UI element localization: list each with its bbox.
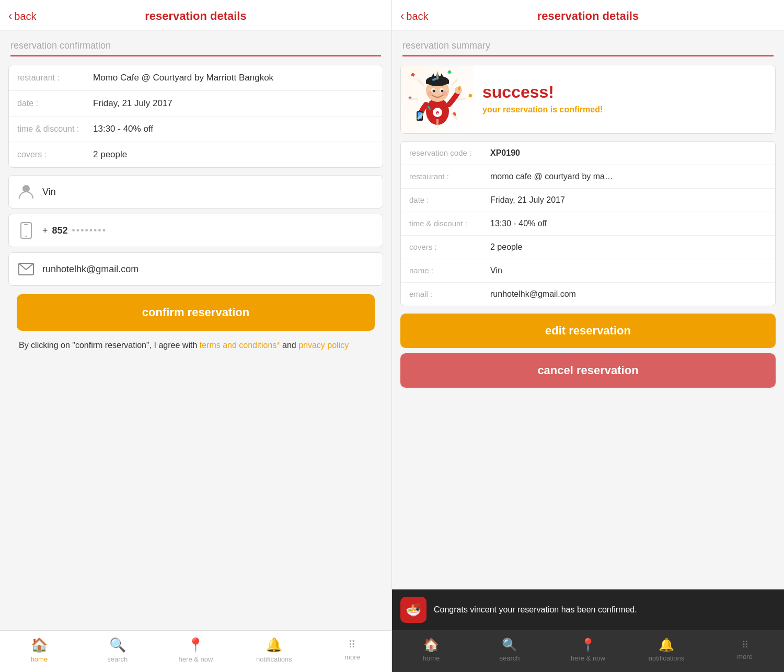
right-back-button[interactable]: ‹ back (400, 9, 429, 23)
right-home-icon: 🏠 (423, 638, 439, 652)
right-search-icon: 🔍 (502, 638, 517, 652)
right-bell-icon: 🔔 (659, 638, 674, 652)
success-title: success! (482, 83, 767, 102)
privacy-policy-link[interactable]: privacy policy (298, 341, 349, 350)
s-covers-value: 2 people (490, 242, 767, 252)
left-section-label: reservation confirmation (0, 31, 391, 55)
home-icon: 🏠 (31, 637, 48, 653)
right-section-label: reservation summary (392, 31, 784, 55)
location-icon: 📍 (187, 637, 204, 653)
s-time-value: 13:30 - 40% off (490, 219, 767, 228)
summary-row-covers: covers : 2 people (401, 236, 775, 259)
right-section-divider (402, 55, 774, 56)
summary-row-date: date : Friday, 21 July 2017 (401, 189, 775, 212)
time-value: 13:30 - 40% off (93, 124, 374, 134)
terms-prefix: By clicking on "confirm reservation", I … (19, 341, 200, 350)
covers-value: 2 people (93, 149, 374, 160)
right-nav-home-label: home (423, 654, 440, 662)
svg-line-10 (418, 113, 423, 119)
nav-more-label: more (344, 653, 360, 661)
right-nav-notifications-label: notifications (649, 654, 685, 662)
info-row-restaurant: restaurant : Momo Cafe @ Courtyard by Ma… (9, 65, 383, 91)
toast-app-icon: 🍜 (400, 597, 426, 623)
toast-icon-emoji: 🍜 (406, 603, 421, 617)
nav-search[interactable]: 🔍 search (78, 637, 157, 663)
terms-and: and (282, 341, 298, 350)
left-back-button[interactable]: ‹ back (8, 9, 37, 23)
phone-plus: + (42, 225, 48, 236)
code-label: reservation code : (409, 148, 490, 157)
svg-point-3 (26, 236, 27, 237)
email-input-card[interactable]: runhotelhk@gmail.com (8, 252, 383, 286)
date-value: Friday, 21 July 2017 (93, 98, 374, 109)
s-date-label: date : (409, 195, 490, 204)
right-content: e success! your reservation is confirmed… (392, 65, 784, 630)
svg-line-6 (452, 79, 457, 85)
left-header-title: reservation details (145, 9, 246, 23)
right-nav-search[interactable]: 🔍 search (470, 638, 549, 662)
s-restaurant-value: momo cafe @ courtyard by ma… (490, 172, 767, 181)
summary-row-name: name : Vin (401, 259, 775, 283)
s-email-label: email : (409, 289, 490, 298)
summary-row-restaurant: restaurant : momo cafe @ courtyard by ma… (401, 165, 775, 189)
edit-reservation-button[interactable]: edit reservation (400, 314, 776, 348)
summary-row-email: email : runhotelhk@gmail.com (401, 283, 775, 306)
right-nav-search-label: search (499, 654, 520, 662)
restaurant-value: Momo Cafe @ Courtyard by Marriott Bangko… (93, 73, 374, 83)
code-value: XP0190 (490, 148, 767, 158)
toast-message: Congrats vincent your reservation has be… (434, 604, 637, 616)
name-input-card[interactable]: Vin (8, 175, 383, 208)
right-header-title: reservation details (537, 9, 639, 23)
s-name-value: Vin (490, 266, 767, 275)
nav-here-now-label: here & now (179, 655, 213, 663)
left-back-chevron-icon: ‹ (8, 9, 12, 23)
confirm-reservation-button[interactable]: confirm reservation (17, 294, 375, 331)
right-nav-home[interactable]: 🏠 home (392, 638, 470, 662)
phone-number: •••••••• (72, 225, 107, 236)
phone-icon (17, 222, 35, 239)
date-label: date : (17, 98, 93, 108)
summary-row-code: reservation code : XP0190 (401, 142, 775, 165)
bell-icon: 🔔 (266, 637, 282, 653)
nav-here-now[interactable]: 📍 here & now (157, 637, 235, 663)
success-text: success! your reservation is confirmed! (474, 74, 775, 124)
s-restaurant-label: restaurant : (409, 172, 490, 181)
email-icon (17, 260, 35, 278)
terms-conditions-link[interactable]: terms and conditions* (200, 341, 280, 350)
toast-notification: 🍜 Congrats vincent your reservation has … (392, 589, 784, 630)
right-more-icon: ⠿ (742, 639, 748, 651)
svg-point-0 (22, 185, 30, 192)
nav-more[interactable]: ⠿ more (313, 639, 391, 661)
cancel-reservation-button[interactable]: cancel reservation (400, 353, 776, 388)
phone-input-card[interactable]: + 852 •••••••• (8, 214, 383, 247)
nav-home[interactable]: 🏠 home (0, 637, 78, 663)
covers-label: covers : (17, 149, 93, 159)
name-value: Vin (42, 187, 374, 198)
s-covers-label: covers : (409, 242, 490, 251)
right-nav-more-label: more (737, 653, 753, 661)
right-header: ‹ back reservation details (392, 0, 784, 31)
left-back-label: back (14, 10, 36, 22)
right-nav-here-now[interactable]: 📍 here & now (549, 638, 627, 662)
nav-notifications-label: notifications (256, 655, 292, 663)
restaurant-label: restaurant : (17, 73, 93, 83)
left-panel: ‹ back reservation details reservation c… (0, 0, 392, 672)
sun-rays-svg (406, 68, 469, 131)
right-location-icon: 📍 (580, 638, 596, 652)
left-section-divider (10, 55, 381, 56)
terms-text: By clicking on "confirm reservation", I … (8, 337, 383, 362)
right-bottom-nav: 🏠 home 🔍 search 📍 here & now 🔔 notificat… (392, 630, 784, 672)
nav-notifications[interactable]: 🔔 notifications (235, 637, 313, 663)
left-bottom-nav: 🏠 home 🔍 search 📍 here & now 🔔 notificat… (0, 630, 391, 672)
info-row-covers: covers : 2 people (9, 142, 383, 167)
phone-code: 852 (52, 225, 68, 236)
right-nav-notifications[interactable]: 🔔 notifications (627, 638, 706, 662)
summary-card: reservation code : XP0190 restaurant : m… (400, 141, 776, 306)
left-header: ‹ back reservation details (0, 0, 391, 31)
search-icon: 🔍 (109, 637, 126, 653)
success-subtitle: your reservation is confirmed! (482, 104, 767, 115)
more-icon: ⠿ (348, 639, 357, 651)
right-nav-more[interactable]: ⠿ more (706, 639, 784, 661)
person-icon (17, 183, 35, 201)
s-email-value: runhotelhk@gmail.com (490, 289, 767, 299)
